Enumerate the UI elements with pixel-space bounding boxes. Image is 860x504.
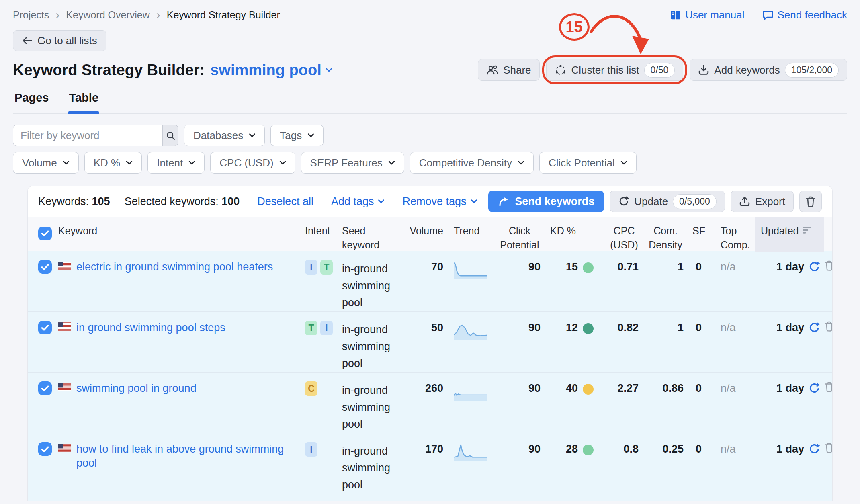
select-all-checkbox[interactable] — [38, 227, 52, 240]
go-to-all-lists-label: Go to all lists — [37, 35, 97, 47]
delete-keyword-button[interactable] — [824, 442, 833, 453]
top-bar: Projects›Keyword Overview›Keyword Strate… — [13, 9, 847, 21]
go-to-all-lists-button[interactable]: Go to all lists — [13, 30, 106, 51]
kd-indicator-dot — [583, 384, 594, 395]
updated-value: 1 day — [776, 261, 804, 273]
filter-cpc-usd[interactable]: CPC (USD) — [210, 152, 295, 174]
intent-badge-transactional: T — [320, 260, 333, 275]
refresh-keyword-button[interactable] — [808, 382, 820, 394]
row-checkbox[interactable] — [38, 381, 52, 395]
check-icon — [41, 230, 49, 237]
column-header-com-density[interactable]: Com. Density — [642, 217, 687, 252]
delete-keyword-button[interactable] — [824, 260, 833, 271]
chevron-down-icon — [388, 161, 395, 165]
column-header-kd[interactable]: KD % — [544, 217, 594, 252]
filter-volume[interactable]: Volume — [13, 152, 79, 174]
competitive-density-value: 0.25 — [642, 433, 687, 494]
cluster-icon — [555, 64, 567, 76]
kd-value: 15 — [566, 261, 578, 273]
update-count-badge: 0/5,000 — [673, 194, 717, 209]
export-button[interactable]: Export — [731, 191, 794, 212]
kd-value: 28 — [566, 443, 578, 455]
filter-serp-features[interactable]: SERP Features — [301, 152, 404, 174]
send-keywords-label: Send keywords — [515, 195, 594, 208]
filter-intent[interactable]: Intent — [147, 152, 205, 174]
chevron-down-icon — [126, 161, 133, 165]
add-tags-button[interactable]: Add tags — [331, 195, 385, 208]
volume-value: 170 — [408, 433, 446, 494]
column-header-top-comp[interactable]: Top Comp. — [715, 217, 755, 252]
filter-databases[interactable]: Databases — [184, 125, 265, 146]
add-keywords-button[interactable]: Add keywords 105/2,000 — [690, 59, 847, 81]
chevron-down-icon — [307, 133, 314, 138]
serp-features-value: 0 — [687, 433, 715, 494]
tab-pages[interactable]: Pages — [14, 91, 49, 113]
update-button[interactable]: Update 0/5,000 — [610, 191, 725, 212]
seed-keyword: in-ground swimming pool — [342, 251, 408, 311]
top-competitor-value: n/a — [715, 433, 755, 494]
column-header-click-potential[interactable]: Click Potential — [499, 217, 544, 252]
row-checkbox[interactable] — [38, 442, 52, 456]
filter-chip-row-2: VolumeKD %IntentCPC (USD)SERP FeaturesCo… — [13, 152, 847, 174]
column-header-intent[interactable]: Intent — [305, 217, 342, 252]
filter-kd[interactable]: KD % — [84, 152, 142, 174]
seed-keyword: in-ground swimming pool — [342, 433, 408, 494]
top-competitor-value: n/a — [715, 251, 755, 311]
cluster-button-wrap: Cluster this list 0/50 15 — [546, 59, 684, 81]
keywords-table-card: Keywords: 105 Selected keywords: 100 Des… — [27, 186, 833, 501]
delete-selected-button[interactable] — [799, 191, 822, 212]
deselect-all-button[interactable]: Deselect all — [257, 195, 313, 208]
filter-tags[interactable]: Tags — [270, 125, 324, 146]
tab-table[interactable]: Table — [68, 91, 99, 113]
keyword-link[interactable]: electric in ground swimming pool heaters — [76, 260, 273, 274]
refresh-keyword-button[interactable] — [808, 261, 820, 273]
column-header-cpc[interactable]: CPC (USD) — [594, 217, 642, 252]
share-label: Share — [503, 64, 531, 76]
keyword-link[interactable]: swimming pool in ground — [76, 381, 197, 395]
chevron-down-icon — [249, 133, 256, 138]
update-label: Update — [634, 195, 668, 208]
filter-label: Click Potential — [549, 157, 615, 169]
refresh-keyword-button[interactable] — [808, 322, 820, 334]
column-header-updated[interactable]: Updated — [755, 217, 824, 252]
keyword-link[interactable]: how to find leak in above ground swimmin… — [76, 442, 305, 470]
delete-keyword-button[interactable] — [824, 381, 833, 393]
table-header-row: Keyword Intent Seed keyword Volume Trend… — [28, 217, 832, 251]
remove-tags-button[interactable]: Remove tags — [402, 195, 477, 208]
column-header-sf[interactable]: SF — [687, 217, 715, 252]
search-button[interactable] — [162, 125, 178, 146]
next-row-sliver — [28, 494, 832, 501]
delete-keyword-button[interactable] — [824, 321, 833, 332]
filter-click-potential[interactable]: Click Potential — [539, 152, 637, 174]
kd-indicator-dot — [583, 445, 594, 455]
row-checkbox[interactable] — [38, 260, 52, 274]
column-header-keyword[interactable]: Keyword — [58, 217, 305, 252]
user-manual-link[interactable]: User manual — [670, 9, 744, 21]
filter-competitive-density[interactable]: Competitive Density — [410, 152, 534, 174]
keyword-link[interactable]: in ground swimming pool steps — [76, 321, 225, 335]
intent-badge-informational: I — [305, 442, 317, 457]
table-body: electric in ground swimming pool heaters… — [28, 251, 832, 494]
table-row: swimming pool in ground C in-ground swim… — [28, 373, 832, 433]
column-header-volume[interactable]: Volume — [408, 217, 446, 252]
refresh-keyword-button[interactable] — [808, 443, 820, 455]
column-header-trend[interactable]: Trend — [446, 217, 499, 252]
search-input[interactable] — [13, 125, 162, 146]
keyword-strategy-builder-page: Projects›Keyword Overview›Keyword Strate… — [0, 0, 860, 501]
sort-descending-icon — [803, 226, 813, 234]
list-name-dropdown[interactable]: swimming pool — [210, 61, 332, 79]
breadcrumb-item-projects[interactable]: Projects — [13, 9, 49, 21]
send-feedback-link[interactable]: Send feedback — [762, 9, 847, 21]
cpc-value: 2.27 — [594, 373, 642, 433]
column-header-seed-keyword[interactable]: Seed keyword — [342, 217, 408, 252]
breadcrumb-item-keyword-overview[interactable]: Keyword Overview — [66, 9, 149, 21]
share-button[interactable]: Share — [478, 59, 539, 81]
import-keywords-icon — [698, 64, 709, 76]
top-competitor-value: n/a — [715, 373, 755, 433]
row-checkbox[interactable] — [38, 321, 52, 334]
cluster-this-list-button[interactable]: Cluster this list 0/50 — [546, 59, 684, 81]
send-keywords-button[interactable]: Send keywords — [488, 191, 604, 212]
filters: DatabasesTags VolumeKD %IntentCPC (USD)S… — [13, 125, 847, 174]
trend-sparkline — [446, 251, 499, 311]
refresh-icon — [808, 322, 820, 334]
